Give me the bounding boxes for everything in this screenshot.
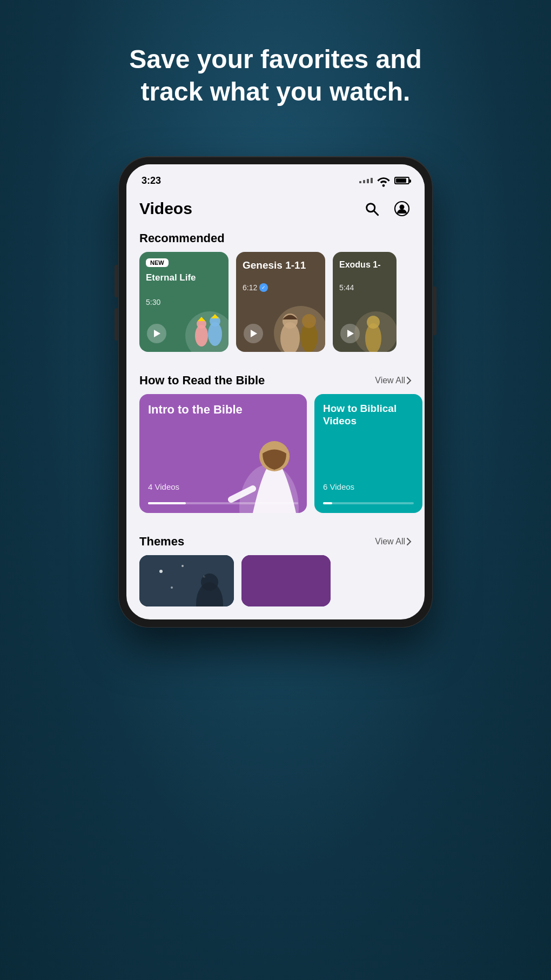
recommended-label: Recommended — [126, 227, 425, 252]
app-header: Videos — [126, 192, 425, 227]
battery-icon — [394, 177, 409, 184]
svg-point-25 — [171, 586, 173, 589]
phone-shell: 3:23 Videos — [119, 157, 432, 627]
card-duration-eternal: 5:30 — [146, 298, 160, 306]
svg-point-9 — [210, 316, 220, 326]
app-title: Videos — [139, 199, 192, 218]
recommended-scroll: NEW Eternal Life 5:30 — [126, 252, 425, 365]
card-title-exodus: Exodus 1- — [339, 259, 390, 270]
svg-point-18 — [239, 464, 299, 513]
svg-line-2 — [374, 211, 378, 215]
play-triangle-exodus — [347, 330, 354, 337]
theme-card-2[interactable] — [241, 555, 331, 606]
themes-view-all[interactable]: View All — [375, 537, 412, 546]
card-title-genesis: Genesis 1-11 — [243, 259, 319, 272]
svg-point-4 — [400, 205, 405, 210]
svg-point-27 — [201, 574, 218, 591]
headline-line1: Save your favorites and — [129, 45, 422, 74]
view-all-text: View All — [375, 376, 405, 385]
themes-cards — [126, 555, 425, 619]
playlist-title-howto: How to Biblical Videos — [323, 403, 414, 428]
play-button-eternal[interactable] — [147, 324, 166, 343]
svg-line-20 — [231, 489, 253, 499]
svg-point-15 — [354, 311, 397, 352]
status-icons — [359, 173, 409, 188]
card-duration-exodus: 5:44 — [339, 283, 354, 292]
video-card-genesis[interactable]: Genesis 1-11 6:12 ✓ — [236, 252, 325, 352]
phone-inner: 3:23 Videos — [126, 164, 425, 619]
video-card-exodus[interactable]: Exodus 1- 5:44 — [333, 252, 397, 352]
playlist-count-intro: 4 Videos — [148, 482, 179, 491]
playlist-title-intro: Intro to the Bible — [148, 403, 298, 417]
how-to-read-label: How to Read the Bible — [139, 374, 265, 388]
how-to-read-view-all[interactable]: View All — [375, 376, 412, 385]
theme-card-1[interactable] — [139, 555, 234, 606]
status-bar: 3:23 — [126, 164, 425, 192]
svg-point-23 — [182, 565, 184, 567]
status-time: 3:23 — [142, 175, 161, 186]
themes-chevron-icon — [406, 537, 412, 546]
play-button-exodus[interactable] — [340, 324, 360, 343]
card-title-eternal: Eternal Life — [146, 272, 222, 283]
svg-point-16 — [365, 323, 381, 352]
genesis-duration-text: 6:12 — [243, 283, 257, 292]
profile-button[interactable] — [392, 199, 412, 218]
svg-point-26 — [196, 582, 223, 606]
progress-fill-howto — [323, 502, 332, 504]
playlist-progress-howto — [323, 502, 414, 504]
svg-rect-21 — [139, 555, 234, 606]
svg-point-14 — [302, 314, 316, 328]
play-button-genesis[interactable] — [244, 324, 263, 343]
playlist-scroll: Intro to the Bible 4 Videos — [126, 394, 425, 526]
new-badge: NEW — [146, 258, 169, 267]
themes-label: Themes — [139, 535, 184, 549]
themes-view-all-text: View All — [375, 537, 405, 546]
playlist-card-intro[interactable]: Intro to the Bible 4 Videos — [139, 394, 307, 513]
svg-point-13 — [300, 322, 318, 352]
svg-point-6 — [195, 325, 208, 346]
how-to-read-header: How to Read the Bible View All — [126, 365, 425, 394]
signal-dots-icon — [359, 178, 373, 183]
playlist-card-howto[interactable]: How to Biblical Videos 6 Videos — [314, 394, 422, 513]
progress-fill-intro — [148, 502, 186, 504]
svg-point-12 — [283, 314, 298, 329]
header-actions — [362, 199, 412, 218]
playlist-progress-intro — [148, 502, 298, 504]
card-duration-genesis: 6:12 ✓ — [243, 283, 268, 292]
play-triangle-genesis — [251, 330, 257, 337]
theme-card-1-art — [139, 555, 234, 606]
themes-header: Themes View All — [126, 526, 425, 555]
watched-check-icon: ✓ — [259, 283, 268, 292]
svg-point-0 — [382, 184, 385, 187]
svg-point-5 — [185, 311, 229, 352]
headline: Save your favorites and track what you w… — [0, 43, 551, 108]
theme-card-2-art — [241, 555, 331, 606]
svg-point-7 — [197, 319, 206, 329]
svg-point-17 — [367, 316, 380, 329]
chevron-right-icon — [406, 376, 412, 385]
headline-line2: track what you watch. — [141, 77, 411, 106]
search-icon — [364, 201, 379, 216]
svg-point-10 — [274, 306, 325, 352]
svg-rect-28 — [241, 555, 331, 606]
wifi-icon — [376, 173, 391, 188]
svg-point-22 — [159, 570, 163, 573]
playlist-count-howto: 6 Videos — [323, 482, 354, 491]
video-card-eternal-life[interactable]: NEW Eternal Life 5:30 — [139, 252, 229, 352]
search-button[interactable] — [362, 199, 381, 218]
svg-point-24 — [203, 576, 205, 578]
svg-point-11 — [280, 322, 300, 352]
svg-point-19 — [259, 441, 290, 471]
svg-point-8 — [208, 322, 222, 346]
profile-icon — [394, 201, 410, 217]
play-triangle — [154, 330, 160, 337]
